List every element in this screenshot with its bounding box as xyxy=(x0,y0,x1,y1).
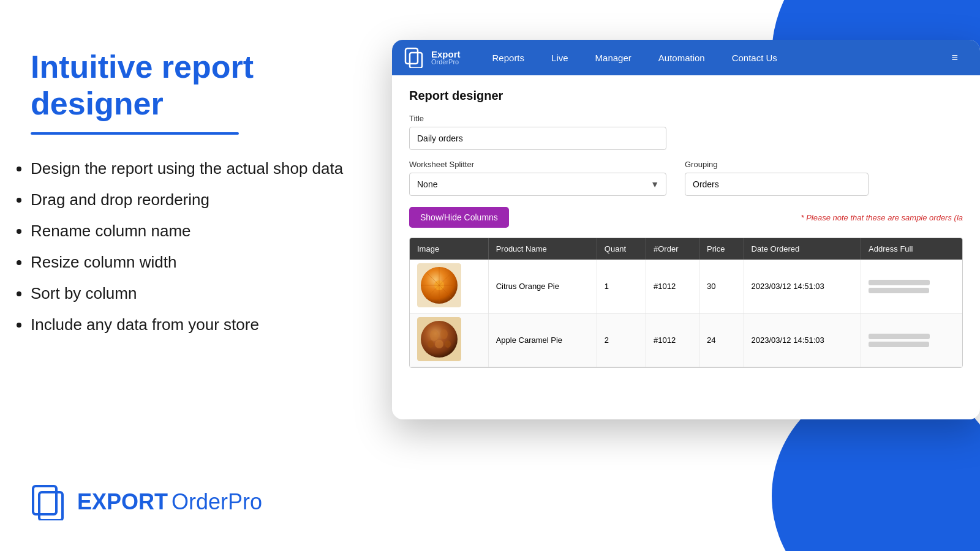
col-product-name: Product Name xyxy=(488,238,597,260)
nav-automation[interactable]: Automation xyxy=(645,40,718,75)
cell-order-2: #1012 xyxy=(646,313,699,367)
table-row: Apple Caramel Pie 2 #1012 24 2023/03/12 … xyxy=(410,313,962,367)
svg-point-14 xyxy=(440,329,448,339)
export-orderpro-logo-icon xyxy=(31,484,67,520)
logo-orderpro-text: OrderPro xyxy=(172,489,262,515)
cell-date-1: 2023/03/12 14:51:03 xyxy=(744,260,861,313)
table-header-row: Image Product Name Quant #Order Price Da… xyxy=(410,238,962,260)
worksheet-splitter-group: Worksheet Splitter None ▼ xyxy=(409,160,666,196)
app-body: Report designer Title Worksheet Splitter… xyxy=(392,75,980,419)
cell-product-name-1: Citrus Orange Pie xyxy=(488,260,597,313)
feature-item: Drag and drop reordering xyxy=(31,190,374,209)
left-panel: Intuitive report designer Design the rep… xyxy=(0,0,404,551)
svg-rect-2 xyxy=(405,48,418,64)
app-logo-icon xyxy=(404,47,425,68)
action-row: Show/Hide Columns * Please note that the… xyxy=(409,207,963,228)
nav-live[interactable]: Live xyxy=(538,40,582,75)
blurred-address-line1 xyxy=(869,280,930,285)
feature-item: Sort by column xyxy=(31,284,374,303)
cell-date-2: 2023/03/12 14:51:03 xyxy=(744,313,861,367)
cell-price-1: 30 xyxy=(699,260,744,313)
feature-item: Rename column name xyxy=(31,222,374,241)
svg-rect-1 xyxy=(39,492,62,520)
svg-rect-3 xyxy=(410,53,422,68)
svg-rect-0 xyxy=(33,486,56,514)
blurred-address-line3 xyxy=(869,334,930,339)
nav-manager[interactable]: Manager xyxy=(582,40,645,75)
caramel-pie-image xyxy=(417,317,461,361)
blurred-address-line2 xyxy=(869,288,929,293)
form-row: Worksheet Splitter None ▼ Grouping xyxy=(409,160,963,196)
logo-export-text: EXPORT xyxy=(77,489,168,515)
blurred-address-line4 xyxy=(869,342,929,347)
orange-pie-image xyxy=(417,263,461,307)
left-content: Intuitive report designer Design the rep… xyxy=(31,49,374,334)
cell-address-1 xyxy=(861,260,962,313)
app-logo-orderpro: OrderPro xyxy=(431,59,461,66)
cell-quantity-1: 1 xyxy=(597,260,646,313)
svg-point-13 xyxy=(430,330,439,341)
svg-point-16 xyxy=(428,340,434,348)
logo-text: EXPORT OrderPro xyxy=(77,489,262,515)
svg-point-15 xyxy=(435,340,443,348)
worksheet-splitter-wrapper: None ▼ xyxy=(409,173,666,196)
col-image: Image xyxy=(410,238,488,260)
grouping-group: Grouping xyxy=(685,160,869,196)
show-hide-columns-button[interactable]: Show/Hide Columns xyxy=(409,207,509,228)
col-address-full: Address Full xyxy=(861,238,962,260)
svg-point-17 xyxy=(445,340,451,348)
svg-point-12 xyxy=(421,321,458,358)
nav-reports[interactable]: Reports xyxy=(479,40,538,75)
cell-product-name-2: Apple Caramel Pie xyxy=(488,313,597,367)
grouping-input[interactable] xyxy=(685,173,869,196)
sample-note: * Please note that these are sample orde… xyxy=(801,213,963,222)
col-price: Price xyxy=(699,238,744,260)
title-input[interactable] xyxy=(409,127,666,150)
title-label: Title xyxy=(409,114,963,123)
worksheet-splitter-select[interactable]: None xyxy=(409,173,666,196)
logo-area: EXPORT OrderPro xyxy=(31,484,374,520)
cell-quantity-2: 2 xyxy=(597,313,646,367)
cell-image-1 xyxy=(410,260,488,313)
feature-item: Resize column width xyxy=(31,253,374,272)
cell-address-2 xyxy=(861,313,962,367)
feature-list: Design the report using the actual shop … xyxy=(31,159,374,334)
nav-items: Reports Live Manager Automation Contact … xyxy=(479,40,942,75)
cell-image-2 xyxy=(410,313,488,367)
data-table-container: Image Product Name Quant #Order Price Da… xyxy=(409,238,963,368)
app-logo-text-group: Export OrderPro xyxy=(431,50,461,66)
app-window: Export OrderPro Reports Live Manager Aut… xyxy=(392,40,980,419)
heading-underline xyxy=(31,132,239,135)
app-navbar: Export OrderPro Reports Live Manager Aut… xyxy=(392,40,980,75)
data-table: Image Product Name Quant #Order Price Da… xyxy=(410,238,962,367)
col-date-ordered: Date Ordered xyxy=(744,238,861,260)
table-row: Citrus Orange Pie 1 #1012 30 2023/03/12 … xyxy=(410,260,962,313)
main-heading: Intuitive report designer xyxy=(31,49,374,122)
col-quantity: Quant xyxy=(597,238,646,260)
app-logo-export: Export xyxy=(431,50,461,59)
cell-order-1: #1012 xyxy=(646,260,699,313)
nav-contact-us[interactable]: Contact Us xyxy=(718,40,791,75)
app-logo: Export OrderPro xyxy=(404,47,461,68)
report-designer-title: Report designer xyxy=(409,89,963,103)
grouping-label: Grouping xyxy=(685,160,869,169)
menu-icon[interactable]: ≡ xyxy=(941,51,968,64)
cell-price-2: 24 xyxy=(699,313,744,367)
feature-item: Design the report using the actual shop … xyxy=(31,159,374,178)
feature-item: Include any data from your store xyxy=(31,315,374,334)
worksheet-splitter-label: Worksheet Splitter xyxy=(409,160,666,169)
col-order-num: #Order xyxy=(646,238,699,260)
